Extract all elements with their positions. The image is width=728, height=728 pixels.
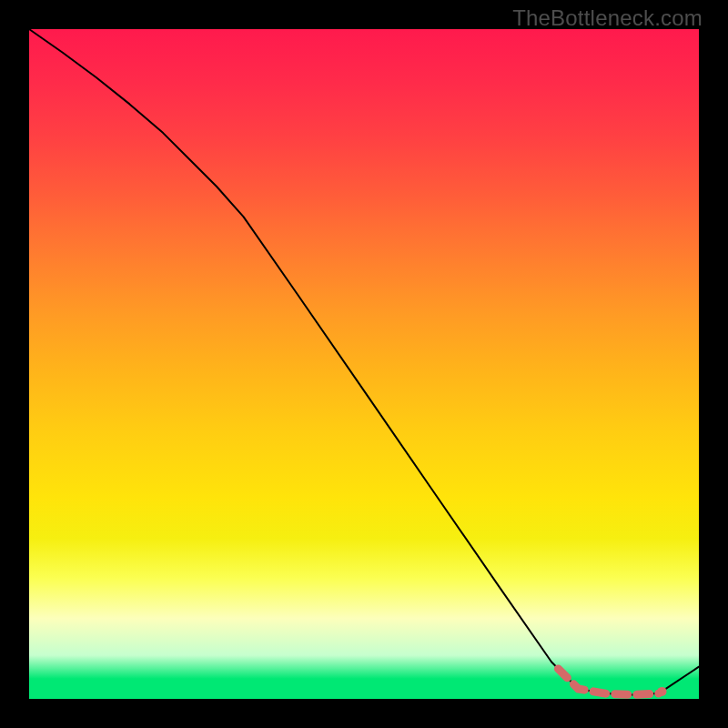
- watermark-text: TheBottleneck.com: [512, 5, 703, 31]
- target-segment: [558, 669, 658, 695]
- chart-overlay: [29, 29, 699, 699]
- bottleneck-curve: [29, 29, 699, 695]
- target-end-dot: [658, 687, 667, 696]
- chart-frame: TheBottleneck.com: [0, 0, 728, 728]
